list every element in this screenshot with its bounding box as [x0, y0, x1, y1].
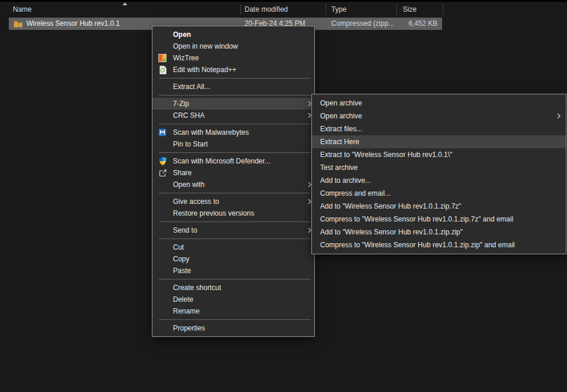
- context-menu-separator: [159, 279, 311, 279]
- submenu-7zip-item-extract-files[interactable]: Extract files...: [312, 122, 566, 135]
- column-divider[interactable]: [240, 4, 241, 15]
- submenu-7zip-item-add-to-wireless-sensor-hub-rev1-0-1-zip-7z[interactable]: Add to "Wireless Sensor Hub rev1.0.1.zip…: [312, 200, 566, 213]
- icon-slot-empty: [158, 82, 167, 91]
- file-name: Wireless Sensor Hub rev1.0.1: [26, 18, 120, 30]
- context-menu-separator: [159, 95, 311, 96]
- context-menu-item-send-to[interactable]: Send to: [152, 224, 314, 236]
- submenu-7zip-item-label: Open archive: [320, 112, 362, 120]
- context-menu-item-label: Pin to Start: [173, 140, 208, 148]
- submenu-7zip-item-label: Compress and email...: [320, 189, 391, 197]
- icon-slot-empty: [158, 254, 167, 264]
- context-menu-item-pin-to-start[interactable]: Pin to Start: [152, 138, 314, 150]
- context-menu-item-properties[interactable]: Properties: [152, 322, 314, 334]
- context-menu-item-open-in-new-window[interactable]: Open in new window: [152, 40, 314, 52]
- submenu-7zip-item-label: Compress to "Wireless Sensor Hub rev1.0.…: [320, 215, 513, 223]
- submenu-7zip-item-label: Add to archive...: [320, 176, 371, 185]
- context-menu-item-restore-previous-versions[interactable]: Restore previous versions: [152, 207, 314, 219]
- submenu-7zip-item-label: Extract to "Wireless Sensor Hub rev1.0.1…: [320, 151, 452, 159]
- context-menu-separator: [159, 124, 311, 124]
- submenu-7zip-item-label: Extract files...: [320, 125, 362, 133]
- icon-slot-empty: [158, 226, 167, 235]
- submenu-7zip-item-extract-here[interactable]: Extract Here: [312, 135, 566, 148]
- context-menu-item-label: Share: [173, 169, 192, 177]
- icon-slot-empty: [158, 139, 167, 149]
- share-icon: [158, 168, 167, 178]
- context-menu-item-rename[interactable]: Rename: [152, 305, 314, 317]
- context-menu-item-label: Scan with Malwarebytes: [173, 128, 249, 137]
- context-menu-item-label: Give access to: [173, 197, 219, 206]
- context-menu-item-label: Send to: [173, 226, 197, 234]
- column-size[interactable]: Size: [403, 5, 416, 13]
- context-menu-separator: [159, 319, 311, 320]
- context-menu-item-label: Create shortcut: [173, 284, 221, 292]
- context-menu: OpenOpen in new windowWizTreeEdit with N…: [152, 26, 315, 337]
- submenu-7zip-item-label: Compress to "Wireless Sensor Hub rev1.0.…: [320, 241, 515, 249]
- context-menu-item-paste[interactable]: Paste: [152, 265, 314, 277]
- context-menu-item-label: Scan with Microsoft Defender...: [173, 157, 270, 165]
- context-menu-item-label: Open: [173, 30, 191, 39]
- icon-slot-empty: [158, 243, 167, 252]
- submenu-7zip-item-compress-and-email[interactable]: Compress and email...: [312, 187, 566, 200]
- submenu-7zip-item-open-archive[interactable]: Open archive: [312, 110, 566, 122]
- context-menu-separator: [159, 193, 311, 193]
- submenu-7zip-item-add-to-wireless-sensor-hub-rev1-0-1-zip-zip[interactable]: Add to "Wireless Sensor Hub rev1.0.1.zip…: [312, 226, 566, 238]
- context-menu-item-extract-all[interactable]: Extract All...: [152, 81, 314, 93]
- submenu-7zip-item-compress-to-wireless-sensor-hub-rev1-0-1-zip-zip-and-email[interactable]: Compress to "Wireless Sensor Hub rev1.0.…: [312, 238, 566, 251]
- context-menu-item-delete[interactable]: Delete: [152, 294, 314, 305]
- submenu-7zip-item-label: Add to "Wireless Sensor Hub rev1.0.1.zip…: [320, 228, 463, 236]
- context-menu-item-copy[interactable]: Copy: [152, 253, 314, 265]
- context-menu-item-7-zip[interactable]: 7-Zip: [152, 98, 314, 110]
- submenu-7zip-item-label: Test archive: [320, 163, 358, 172]
- icon-slot-empty: [158, 295, 167, 304]
- context-menu-item-label: Edit with Notepad++: [173, 66, 236, 74]
- context-menu-item-open[interactable]: Open: [152, 29, 314, 40]
- column-type[interactable]: Type: [331, 5, 347, 13]
- defender-icon: [158, 156, 167, 166]
- context-menu-item-label: Open in new window: [173, 42, 238, 50]
- submenu-7zip-item-open-archive[interactable]: Open archive: [312, 97, 566, 110]
- context-menu-item-scan-with-malwarebytes[interactable]: Scan with Malwarebytes: [152, 127, 314, 138]
- submenu-7zip-item-label: Extract Here: [320, 138, 359, 146]
- submenu-7zip-item-label: Add to "Wireless Sensor Hub rev1.0.1.zip…: [320, 202, 461, 210]
- chevron-right-icon: [557, 113, 561, 119]
- column-name[interactable]: Name: [13, 5, 32, 13]
- context-menu-item-crc-sha[interactable]: CRC SHA: [152, 110, 314, 121]
- context-menu-item-label: Rename: [173, 307, 199, 315]
- sort-ascending-icon: [123, 2, 127, 5]
- context-menu-item-label: CRC SHA: [173, 111, 205, 120]
- context-menu-item-open-with[interactable]: Open with: [152, 179, 314, 190]
- zip-file-icon: [13, 19, 23, 28]
- column-divider[interactable]: [325, 4, 326, 15]
- icon-slot-empty: [158, 42, 167, 51]
- column-divider[interactable]: [443, 4, 443, 15]
- context-menu-item-label: Open with: [173, 180, 205, 189]
- icon-slot-empty: [158, 99, 167, 108]
- context-menu-item-scan-with-microsoft-defender[interactable]: Scan with Microsoft Defender...: [152, 155, 314, 167]
- icon-slot-empty: [158, 30, 167, 39]
- icon-slot-empty: [158, 180, 167, 189]
- icon-slot-empty: [158, 266, 167, 275]
- context-menu-item-wiztree[interactable]: WizTree: [152, 52, 314, 64]
- context-menu-item-edit-with-notepad[interactable]: Edit with Notepad++: [152, 64, 314, 76]
- file-type: Compressed (zipp...: [331, 18, 394, 30]
- malwarebytes-icon: [158, 128, 167, 137]
- submenu-7zip-item-compress-to-wireless-sensor-hub-rev1-0-1-zip-7z-and-email[interactable]: Compress to "Wireless Sensor Hub rev1.0.…: [312, 213, 566, 226]
- context-menu-item-create-shortcut[interactable]: Create shortcut: [152, 282, 314, 294]
- notepadpp-icon: [158, 65, 167, 74]
- context-menu-item-label: Copy: [173, 255, 189, 263]
- context-menu-item-label: Delete: [173, 295, 193, 304]
- column-header-bar: Name Date modified Type Size: [0, 2, 567, 17]
- context-menu-item-give-access-to[interactable]: Give access to: [152, 196, 314, 207]
- context-menu-item-cut[interactable]: Cut: [152, 241, 314, 253]
- submenu-7zip-item-test-archive[interactable]: Test archive: [312, 161, 566, 174]
- submenu-7zip-item-extract-to-wireless-sensor-hub-rev1-0-1[interactable]: Extract to "Wireless Sensor Hub rev1.0.1…: [312, 148, 566, 161]
- file-size: 6,452 KB: [409, 18, 437, 30]
- context-menu-item-share[interactable]: Share: [152, 167, 314, 179]
- context-menu-item-label: Restore previous versions: [173, 209, 254, 217]
- column-divider[interactable]: [396, 4, 397, 15]
- icon-slot-empty: [158, 323, 167, 333]
- context-menu-separator: [159, 238, 311, 239]
- submenu-7zip-item-add-to-archive[interactable]: Add to archive...: [312, 174, 566, 187]
- column-date-modified[interactable]: Date modified: [245, 5, 288, 13]
- context-menu-item-label: 7-Zip: [173, 100, 189, 108]
